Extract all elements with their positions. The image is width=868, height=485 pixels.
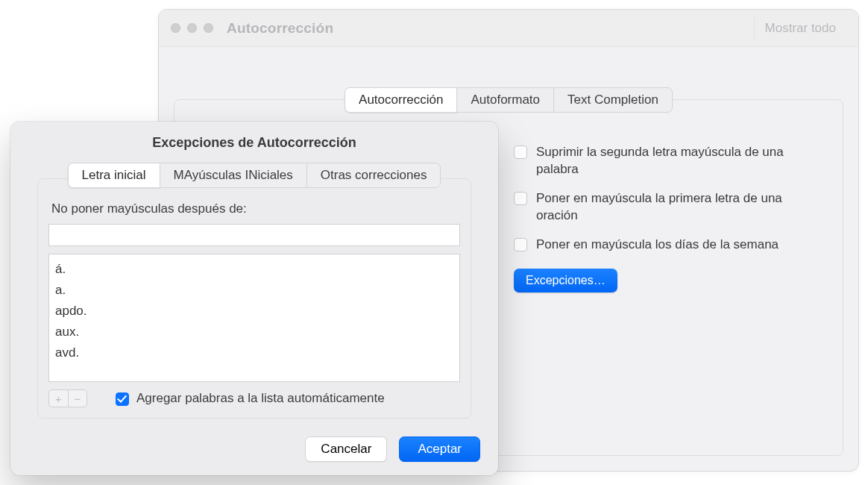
option-capitalize-days: Poner en mayúscula los días de la semana [514, 237, 831, 254]
titlebar: Autocorrección Mostrar todo [159, 10, 858, 47]
tab-mayusculas-iniciales[interactable]: MAyúsculas INiciales [160, 163, 307, 188]
checkbox-auto-add[interactable] [116, 392, 129, 406]
exceptions-list-scroll[interactable]: á. a. apdo. aux. avd. [49, 254, 459, 381]
tab-otras-correcciones[interactable]: Otras correcciones [306, 163, 441, 188]
exceptions-tabs: Letra inicial MAyúsculas INiciales Otras… [10, 163, 498, 188]
option-capitalize-sentence: Poner en mayúscula la primera letra de u… [514, 190, 831, 225]
window-title: Autocorrección [227, 20, 333, 37]
tab-autoformato[interactable]: Autoformato [456, 87, 554, 113]
minus-icon: − [75, 392, 81, 405]
traffic-lights [171, 23, 213, 33]
cancel-button[interactable]: Cancelar [305, 436, 387, 462]
auto-add-option: Agregar palabras a la lista automáticame… [116, 391, 385, 406]
exceptions-panel: No poner mayúsculas después de: á. a. ap… [37, 178, 471, 419]
tab-letra-inicial[interactable]: Letra inicial [68, 163, 160, 188]
add-remove-group: + − [48, 389, 87, 407]
option-label: Suprimir la segunda letra mayúscula de u… [536, 144, 820, 178]
option-suppress-second-cap: Suprimir la segunda letra mayúscula de u… [514, 144, 831, 178]
list-item[interactable]: á. [55, 259, 453, 280]
exceptions-sheet: Excepciones de Autocorrección Letra inic… [10, 122, 498, 475]
checkbox-capitalize-days[interactable] [514, 238, 527, 251]
field-label: No poner mayúsculas después de: [51, 201, 460, 216]
list-item[interactable]: apdo. [55, 301, 453, 322]
add-button[interactable]: + [48, 389, 68, 407]
option-label: Poner en mayúscula los días de la semana [536, 237, 779, 254]
exception-input[interactable] [48, 224, 460, 246]
exceptions-list[interactable]: á. a. apdo. aux. avd. [48, 254, 460, 382]
show-all-button[interactable]: Mostrar todo [754, 16, 846, 40]
close-icon[interactable] [171, 23, 180, 33]
remove-button[interactable]: − [68, 389, 87, 407]
tab-autocorreccion[interactable]: Autocorrección [345, 87, 457, 113]
panel-inner: No poner mayúsculas después de: á. a. ap… [48, 201, 460, 407]
plus-icon: + [55, 392, 62, 405]
autocorrect-options: Suprimir la segunda letra mayúscula de u… [514, 144, 831, 292]
prefs-tabs: Autocorrección Autoformato Text Completi… [345, 87, 673, 113]
ok-button[interactable]: Aceptar [399, 436, 480, 462]
list-item[interactable]: aux. [55, 322, 453, 342]
checkbox-suppress-second-cap[interactable] [514, 146, 527, 159]
list-item[interactable]: a. [55, 280, 453, 301]
sheet-buttons: Cancelar Aceptar [305, 436, 480, 462]
sheet-title: Excepciones de Autocorrección [10, 122, 498, 163]
auto-add-label: Agregar palabras a la lista automáticame… [136, 391, 385, 406]
zoom-icon[interactable] [204, 23, 213, 33]
option-label: Poner en mayúscula la primera letra de u… [536, 190, 820, 225]
checkbox-capitalize-sentence[interactable] [514, 192, 527, 205]
exceptions-button[interactable]: Excepciones… [514, 269, 617, 292]
list-item[interactable]: avd. [55, 342, 453, 363]
minimize-icon[interactable] [187, 23, 197, 33]
tab-text-completion[interactable]: Text Completion [553, 87, 673, 113]
list-controls-row: + − Agregar palabras a la lista automáti… [48, 389, 460, 407]
